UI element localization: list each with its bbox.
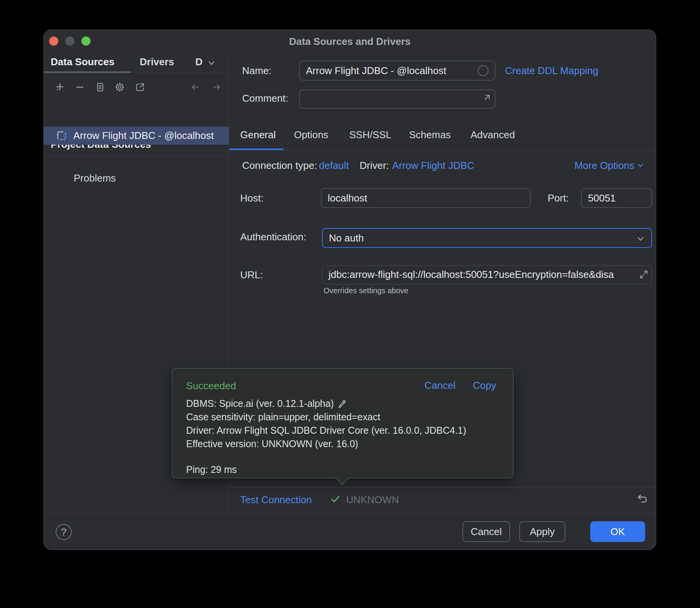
- popup-copy-link[interactable]: Copy: [473, 380, 496, 391]
- active-tab-underline: [44, 71, 131, 73]
- cancel-button[interactable]: Cancel: [462, 521, 510, 542]
- test-connection-popup: Succeeded Cancel Copy DBMS: Spice.ai (ve…: [172, 368, 513, 478]
- sidebar-tabstrip: Data Sources Drivers D: [44, 51, 229, 73]
- comment-input[interactable]: [299, 89, 495, 109]
- port-input[interactable]: 50051: [581, 188, 652, 208]
- more-options-label: More Options: [575, 160, 634, 171]
- add-data-source-button[interactable]: [55, 82, 65, 92]
- sidebar-item-problems[interactable]: Problems: [74, 173, 116, 183]
- test-strip-divider: [229, 487, 656, 487]
- expand-url-icon[interactable]: [638, 269, 649, 280]
- name-input[interactable]: Arrow Flight JDBC - @localhost: [299, 61, 495, 81]
- url-input[interactable]: jdbc:arrow-flight-sql://localhost:50051?…: [322, 265, 652, 284]
- more-options-link[interactable]: More Options: [575, 160, 644, 171]
- host-value: localhost: [328, 192, 367, 204]
- apply-button[interactable]: Apply: [519, 521, 565, 542]
- popup-ping-line: Ping: 29 ms: [186, 463, 466, 476]
- footer-divider: [44, 513, 656, 513]
- tab-schemas[interactable]: Schemas: [409, 129, 451, 140]
- check-icon: [329, 493, 342, 505]
- tab-truncated[interactable]: D: [195, 51, 203, 73]
- comment-label: Comment:: [242, 93, 288, 104]
- status-succeeded: Succeeded: [186, 380, 236, 392]
- gear-icon[interactable]: [115, 82, 125, 92]
- active-settings-tab-underline: [229, 149, 284, 150]
- tabs-divider: [229, 150, 656, 150]
- tab-general[interactable]: General: [240, 129, 276, 140]
- chevron-down-icon: [636, 234, 645, 243]
- host-label: Host:: [240, 193, 264, 203]
- sidebar-item-label: Arrow Flight JDBC - @localhost: [73, 127, 214, 145]
- test-connection-link[interactable]: Test Connection: [240, 494, 312, 505]
- edit-pencil-icon[interactable]: [337, 399, 347, 409]
- url-hint: Overrides settings above: [324, 286, 408, 295]
- connection-status-text: UNKNOWN: [346, 494, 399, 505]
- tab-advanced[interactable]: Advanced: [471, 129, 515, 140]
- duplicate-icon[interactable]: [95, 82, 105, 92]
- arrow-flight-icon: [56, 131, 67, 141]
- help-button[interactable]: ?: [56, 524, 72, 540]
- tab-data-sources[interactable]: Data Sources: [51, 51, 114, 73]
- popup-cancel-link[interactable]: Cancel: [424, 380, 456, 391]
- url-label: URL:: [240, 269, 263, 280]
- back-arrow-icon[interactable]: [190, 82, 200, 92]
- sidebar-item-arrow-flight-jdbc[interactable]: Arrow Flight JDBC - @localhost: [44, 127, 229, 145]
- chevron-down-icon[interactable]: [207, 58, 216, 68]
- popup-driver-line: Driver: Arrow Flight SQL JDBC Driver Cor…: [186, 424, 466, 437]
- port-value: 50051: [588, 192, 616, 204]
- open-in-new-window-icon[interactable]: [135, 82, 145, 92]
- name-label: Name:: [242, 65, 272, 76]
- expand-comment-icon[interactable]: [482, 94, 491, 103]
- undo-icon[interactable]: [635, 492, 649, 507]
- host-input[interactable]: localhost: [321, 188, 531, 208]
- authentication-label: Authentication:: [240, 231, 306, 242]
- authentication-value: No auth: [329, 232, 364, 244]
- popup-version-line: Effective version: UNKNOWN (ver. 16.0): [186, 437, 466, 451]
- tab-options[interactable]: Options: [294, 129, 329, 140]
- tab-ssh-ssl[interactable]: SSH/SSL: [349, 129, 391, 140]
- url-value: jdbc:arrow-flight-sql://localhost:50051?…: [329, 269, 614, 280]
- port-label: Port:: [548, 193, 569, 203]
- driver-label: Driver:: [360, 160, 389, 171]
- driver-value-link[interactable]: Arrow Flight JDBC: [392, 160, 474, 171]
- create-ddl-mapping-link[interactable]: Create DDL Mapping: [505, 65, 598, 76]
- connection-type-label: Connection type:: [242, 160, 317, 171]
- tab-drivers[interactable]: Drivers: [140, 51, 174, 73]
- connection-type-value-link[interactable]: default: [319, 160, 349, 171]
- name-value: Arrow Flight JDBC - @localhost: [306, 65, 446, 76]
- forward-arrow-icon[interactable]: [211, 82, 221, 92]
- popup-dbms-line: DBMS: Spice.ai (ver. 0.12.1-alpha): [186, 397, 334, 410]
- data-sources-dialog: Data Sources and Drivers Data Sources Dr…: [43, 30, 656, 550]
- chevron-down-icon: [637, 162, 644, 169]
- remove-data-source-button[interactable]: [75, 82, 85, 92]
- popup-case-line: Case sensitivity: plain=upper, delimited…: [186, 410, 466, 424]
- sidebar-splitter[interactable]: [49, 156, 229, 156]
- loading-ring-icon: [478, 65, 489, 76]
- authentication-select[interactable]: No auth: [322, 228, 652, 248]
- window-title: Data Sources and Drivers: [44, 36, 656, 48]
- ok-button[interactable]: OK: [590, 521, 645, 542]
